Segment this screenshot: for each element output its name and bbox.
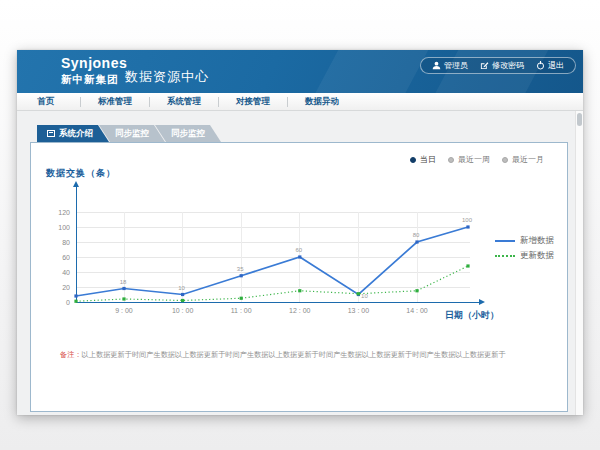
svg-text:0: 0 (66, 299, 70, 306)
window-icon (47, 130, 55, 137)
app-header: Synjones 新中新集团 数据资源中心 管理员 修改密码 退出 (17, 50, 583, 93)
chart-legend: 新增数据更新数据 (495, 233, 554, 263)
svg-text:80: 80 (62, 239, 70, 246)
svg-text:60: 60 (295, 247, 302, 253)
svg-text:120: 120 (58, 209, 70, 216)
brand-logo-cn: 新中新集团 (61, 74, 127, 85)
nav-separator (287, 97, 288, 107)
svg-text:日期（小时）: 日期（小时） (445, 310, 499, 320)
scrollbar[interactable] (575, 111, 583, 415)
brand-logo-en: Synjones (61, 56, 127, 70)
svg-text:11 : 00: 11 : 00 (231, 307, 252, 314)
main-nav: 首页标准管理系统管理对接管理数据异动 (17, 93, 583, 111)
svg-text:12 : 00: 12 : 00 (289, 307, 311, 314)
user-icon (432, 61, 441, 70)
app-window: Synjones 新中新集团 数据资源中心 管理员 修改密码 退出 首页标准管理… (17, 50, 583, 415)
tab-bar: 系统介绍同步监控同步监控 (37, 125, 221, 142)
svg-text:14 : 00: 14 : 00 (406, 307, 428, 314)
svg-text:100: 100 (58, 224, 70, 231)
radio-3[interactable]: 最近一月 (502, 154, 544, 165)
radio-dot (448, 157, 454, 163)
svg-text:13 : 00: 13 : 00 (348, 307, 370, 314)
range-radios: 当日最近一周最近一月 (410, 154, 544, 165)
change-password-button[interactable]: 修改密码 (474, 60, 530, 71)
radio-dot (502, 157, 508, 163)
radio-label: 最近一月 (512, 154, 544, 165)
svg-text:10: 10 (178, 285, 185, 291)
logout-label: 退出 (548, 60, 564, 71)
footnote: 备注：以上数据更新于时间产生数据以上数据更新于时间产生数据以上数据更新于时间产生… (60, 350, 506, 360)
svg-text:18: 18 (120, 279, 127, 285)
legend-swatch (495, 240, 515, 242)
radio-dot (410, 157, 416, 163)
tab-1[interactable]: 系统介绍 (37, 125, 109, 142)
nav-separator (218, 97, 219, 107)
legend-item-1: 新增数据 (495, 233, 554, 248)
radio-label: 最近一周 (458, 154, 490, 165)
chart-svg: 0204060801001209 : 0010 : 0011 : 0012 : … (31, 173, 569, 353)
nav-separator (149, 97, 150, 107)
legend-label: 新增数据 (520, 235, 554, 247)
radio-2[interactable]: 最近一周 (448, 154, 490, 165)
svg-text:9 : 00: 9 : 00 (115, 307, 133, 314)
chart-panel: 当日最近一周最近一月 数据交换（条） 0204060801001209 : 00… (30, 142, 568, 412)
svg-text:10 : 00: 10 : 00 (172, 307, 194, 314)
change-password-label: 修改密码 (492, 60, 524, 71)
svg-text:100: 100 (462, 217, 473, 223)
nav-item-4[interactable]: 对接管理 (225, 96, 281, 108)
page-title: 数据资源中心 (125, 68, 209, 86)
radio-1[interactable]: 当日 (410, 154, 436, 165)
tab-3[interactable]: 同步监控 (155, 125, 221, 142)
nav-item-2[interactable]: 标准管理 (87, 96, 143, 108)
logout-button[interactable]: 退出 (530, 60, 570, 71)
edit-icon (480, 61, 489, 70)
brand-logo: Synjones 新中新集团 (61, 56, 127, 85)
legend-item-2: 更新数据 (495, 248, 554, 263)
user-menu[interactable]: 管理员 (426, 60, 474, 71)
svg-text:20: 20 (62, 284, 70, 291)
svg-text:40: 40 (62, 269, 70, 276)
legend-label: 更新数据 (520, 250, 554, 262)
tab-label: 同步监控 (115, 128, 149, 140)
content-area: 系统介绍同步监控同步监控 当日最近一周最近一月 数据交换（条） 02040608… (17, 111, 583, 415)
nav-separator (80, 97, 81, 107)
footnote-text: 以上数据更新于时间产生数据以上数据更新于时间产生数据以上数据更新于时间产生数据以… (82, 350, 506, 359)
tab-label: 系统介绍 (59, 128, 93, 140)
line-chart: 0204060801001209 : 0010 : 0011 : 0012 : … (31, 173, 569, 353)
svg-text:35: 35 (237, 266, 244, 272)
radio-label: 当日 (420, 154, 436, 165)
power-icon (536, 61, 545, 70)
nav-item-1[interactable]: 首页 (18, 96, 74, 108)
footnote-prefix: 备注： (60, 350, 82, 359)
nav-item-5[interactable]: 数据异动 (294, 96, 350, 108)
header-decor-streak (285, 50, 439, 93)
user-toolbar: 管理员 修改密码 退出 (420, 57, 576, 74)
nav-item-3[interactable]: 系统管理 (156, 96, 212, 108)
scrollbar-thumb[interactable] (577, 113, 582, 126)
legend-swatch (495, 255, 515, 257)
svg-text:60: 60 (62, 254, 70, 261)
user-name: 管理员 (444, 60, 468, 71)
svg-text:80: 80 (413, 232, 420, 238)
tab-2[interactable]: 同步监控 (99, 125, 165, 142)
tab-label: 同步监控 (171, 128, 205, 140)
